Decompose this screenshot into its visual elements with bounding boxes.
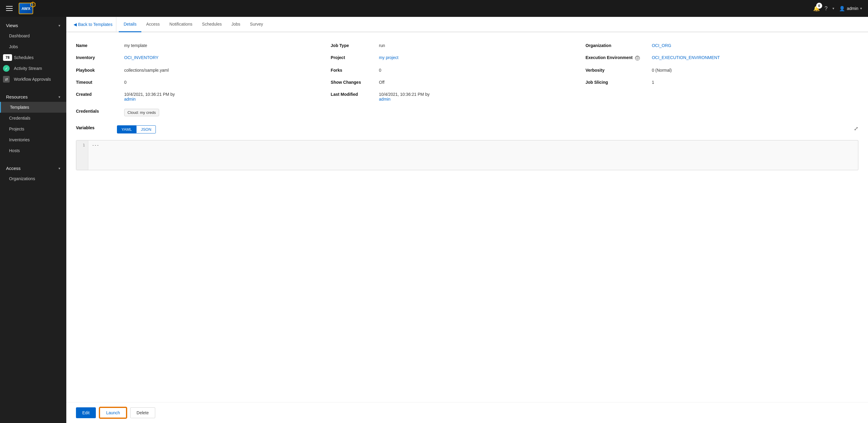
last-modified-label: Last Modified [331,88,379,100]
created-by-link[interactable]: admin [124,97,135,101]
expand-icon[interactable]: ⤢ [854,125,858,132]
help-chevron-icon[interactable]: ▾ [832,6,834,10]
logo: AWX ⬡ [19,3,33,14]
sidebar-item-hosts[interactable]: Hosts [0,145,66,156]
show-changes-value: Off [379,76,585,88]
organization-value: OCI_ORG [652,39,858,52]
tab-access[interactable]: Access [141,17,164,32]
logo-box: AWX ⬡ [19,3,33,14]
project-label: Project [331,52,379,64]
sidebar-item-credentials[interactable]: Credentials [0,113,66,124]
job-type-value: run [379,39,585,52]
verbosity-value: 0 (Normal) [652,64,858,76]
nav-right: 🔔 0 ? ▾ 👤 admin ▾ [813,5,862,12]
tab-survey[interactable]: Survey [245,17,268,32]
user-name: admin [847,6,858,11]
resources-label: Resources [6,94,28,99]
execution-env-label: Execution Environment ⓘ [586,52,652,64]
inventory-link[interactable]: OCI_INVENTORY [124,55,158,60]
user-chevron-icon: ▾ [860,6,862,10]
credentials-value: Cloud: my creds [124,105,858,120]
views-header[interactable]: Views ▾ [0,21,66,30]
logo-hex-icon: ⬡ [30,1,36,9]
sidebar-item-activity-stream[interactable]: ✓ Activity Stream [0,63,66,74]
organization-label: Organization [586,39,652,52]
edit-button[interactable]: Edit [76,407,96,418]
hamburger-menu[interactable] [6,6,13,11]
playbook-label: Playbook [76,64,124,76]
variables-label: Variables [76,125,112,130]
sidebar-item-label: Credentials [9,116,30,121]
forks-label: Forks [331,64,379,76]
execution-env-link[interactable]: OCI_EXECUTION_ENVIRONMENT [652,55,720,60]
sidebar-item-label: Hosts [9,148,20,153]
sidebar-item-templates[interactable]: Templates [0,102,66,113]
tab-jobs[interactable]: Jobs [227,17,245,32]
back-to-templates-link[interactable]: ◀ Back to Templates [73,17,116,32]
back-label: Back to Templates [78,22,113,27]
name-value: my template [124,39,331,52]
sidebar-item-label: Projects [9,127,24,131]
last-modified-by-link[interactable]: admin [379,97,390,101]
resources-header[interactable]: Resources ▾ [0,92,66,102]
delete-button[interactable]: Delete [130,407,155,418]
timeout-label: Timeout [76,76,124,88]
json-button[interactable]: JSON [136,125,156,133]
sidebar-item-label: Inventories [9,137,30,142]
line-number: 1 [79,143,85,147]
help-icon[interactable]: ? [825,5,828,12]
action-bar: Edit Launch Delete [66,402,868,423]
project-value: my project [379,52,585,64]
variables-controls: YAML JSON [117,125,156,136]
sidebar-item-projects[interactable]: Projects [0,124,66,134]
project-link[interactable]: my project [379,55,398,60]
notification-bell[interactable]: 🔔 0 [813,5,820,12]
user-menu[interactable]: 👤 admin ▾ [839,6,862,11]
logo-text: AWX [22,6,30,11]
code-content[interactable]: --- [88,140,858,170]
created-label: Created [76,88,124,100]
sidebar-item-label: Activity Stream [14,66,42,71]
views-label: Views [6,23,18,28]
tab-notifications[interactable]: Notifications [164,17,197,32]
content-area: ◀ Back to Templates Details Access Notif… [66,17,868,423]
main-layout: Views ▾ Dashboard Jobs 78 Schedules ✓ Ac… [0,17,868,423]
job-slicing-label: Job Slicing [586,76,652,88]
timeout-value: 0 [124,76,331,88]
sidebar-item-jobs[interactable]: Jobs [0,41,66,52]
access-chevron-icon: ▾ [59,166,60,170]
sidebar-item-inventories[interactable]: Inventories [0,134,66,145]
code-editor: 1 --- [76,140,858,170]
code-line-1: --- [92,143,99,147]
sidebar-item-schedules[interactable]: 78 Schedules [0,52,66,63]
tab-schedules[interactable]: Schedules [197,17,226,32]
details-grid: Name my template Job Type run Organizati… [76,39,858,120]
activity-check-icon: ✓ [3,65,10,72]
notification-count: 0 [816,3,822,9]
detail-area: Name my template Job Type run Organizati… [66,32,868,402]
credential-badge: Cloud: my creds [124,109,159,116]
credentials-label: Credentials [76,105,124,117]
tab-details[interactable]: Details [119,17,141,32]
organization-link[interactable]: OCI_ORG [652,43,672,48]
schedules-badge: 78 [3,54,12,61]
sidebar-item-dashboard[interactable]: Dashboard [0,30,66,41]
sidebar-item-label: Workflow Approvals [14,77,51,82]
sidebar-item-organizations[interactable]: Organizations [0,173,66,184]
sidebar-item-workflow-approvals[interactable]: ⇄ Workflow Approvals [0,74,66,85]
yaml-button[interactable]: YAML [117,125,136,133]
sidebar-item-label: Schedules [14,55,33,60]
last-modified-value: 10/4/2021, 10:36:21 PM by admin [379,88,585,105]
sidebar-item-label: Dashboard [9,33,30,38]
views-section: Views ▾ Dashboard Jobs 78 Schedules ✓ Ac… [0,17,66,88]
forks-value: 0 [379,64,585,76]
user-icon: 👤 [839,6,845,11]
execution-env-info-icon[interactable]: ⓘ [635,56,640,61]
job-type-label: Job Type [331,39,379,52]
access-header[interactable]: Access ▾ [0,163,66,173]
variables-row: Variables YAML JSON ⤢ [76,122,858,139]
show-changes-label: Show Changes [331,76,379,88]
name-label: Name [76,39,124,52]
launch-button[interactable]: Launch [99,407,127,418]
inventory-value: OCI_INVENTORY [124,52,331,64]
